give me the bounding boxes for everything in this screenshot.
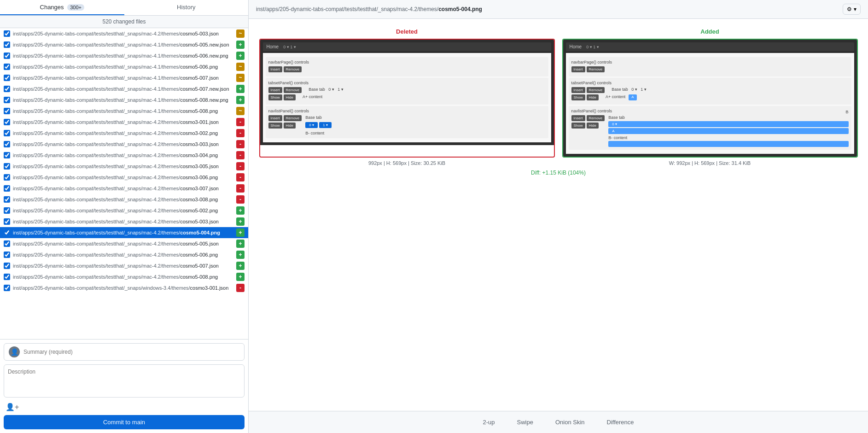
deleted-image-box: Home 0 ▾ 1 ▾ navbarPage() controls Inser… (259, 39, 555, 158)
file-path-container: inst/apps/205-dynamic-tabs-compat/tests/… (13, 141, 234, 147)
bottom-tab-2up[interactable]: 2-up (479, 417, 498, 427)
file-status-icon: + (236, 262, 245, 270)
list-item[interactable]: inst/apps/205-dynamic-tabs-compat/tests/… (0, 39, 248, 50)
list-item[interactable]: inst/apps/205-dynamic-tabs-compat/tests/… (0, 216, 248, 227)
list-item[interactable]: inst/apps/205-dynamic-tabs-compat/tests/… (0, 260, 248, 271)
file-checkbox[interactable] (4, 86, 10, 92)
list-item[interactable]: inst/apps/205-dynamic-tabs-compat/tests/… (0, 249, 248, 260)
file-checkbox[interactable] (4, 97, 10, 103)
list-item[interactable]: inst/apps/205-dynamic-tabs-compat/tests/… (0, 50, 248, 61)
file-checkbox[interactable] (4, 196, 10, 203)
preview-home-label: Home (267, 44, 279, 49)
file-checkbox[interactable] (4, 152, 10, 158)
preview-a-content-label: A+ content (303, 94, 322, 100)
list-item[interactable]: inst/apps/205-dynamic-tabs-compat/tests/… (0, 139, 248, 150)
list-item[interactable]: inst/apps/205-dynamic-tabs-compat/tests/… (0, 94, 248, 105)
file-name: cosmo3-003.json (180, 141, 219, 147)
preview-tabset-controls: tabsetPanel() controls Insert Remove Bas… (266, 78, 548, 105)
commit-button[interactable]: Commit to main (4, 415, 245, 429)
file-status-icon: + (236, 273, 245, 281)
list-item[interactable]: inst/apps/205-dynamic-tabs-compat/tests/… (0, 282, 248, 293)
description-textarea[interactable] (4, 364, 245, 398)
preview-added-navlist-show-row: Show Hide (571, 123, 605, 129)
file-name: cosmo5-006.new.png (180, 53, 228, 59)
list-item[interactable]: inst/apps/205-dynamic-tabs-compat/tests/… (0, 72, 248, 83)
list-item[interactable]: inst/apps/205-dynamic-tabs-compat/tests/… (0, 172, 248, 183)
file-status-icon: - (236, 184, 245, 193)
file-checkbox[interactable] (4, 207, 10, 214)
file-checkbox[interactable] (4, 163, 10, 170)
tab-changes[interactable]: Changes 300+ (0, 0, 124, 15)
file-path: inst/apps/205-dynamic-tabs-compat/tests/… (13, 130, 180, 136)
added-label: Added (562, 28, 858, 35)
preview-navlist-remove: Remove (284, 115, 302, 121)
list-item[interactable]: inst/apps/205-dynamic-tabs-compat/tests/… (0, 83, 248, 94)
list-item[interactable]: inst/apps/205-dynamic-tabs-compat/tests/… (0, 271, 248, 282)
bottom-tab-onion-skin[interactable]: Onion Skin (552, 417, 588, 427)
settings-button[interactable]: ⚙ ▾ (843, 4, 861, 15)
list-item[interactable]: inst/apps/205-dynamic-tabs-compat/tests/… (0, 227, 248, 238)
file-status-icon: ~ (236, 63, 245, 71)
list-item[interactable]: inst/apps/205-dynamic-tabs-compat/tests/… (0, 128, 248, 139)
file-checkbox[interactable] (4, 263, 10, 269)
preview-navlist-insert: Insert (268, 115, 282, 121)
file-checkbox[interactable] (4, 141, 10, 147)
breadcrumb: inst/apps/205-dynamic-tabs-compat/tests/… (256, 6, 482, 12)
preview-tabset-btn-row: Insert Remove Base tab 0 ▾ 1 ▾ (268, 87, 546, 93)
file-checkbox[interactable] (4, 240, 10, 247)
file-path: inst/apps/205-dynamic-tabs-compat/tests/… (13, 119, 180, 125)
diff-stats-row: 992px | H: 569px | Size: 30.25 KiB W: 99… (259, 160, 858, 166)
preview-added-navlist-btn-row: Insert Remove (571, 115, 605, 121)
list-item[interactable]: inst/apps/205-dynamic-tabs-compat/tests/… (0, 61, 248, 72)
file-path-container: inst/apps/205-dynamic-tabs-compat/tests/… (13, 252, 234, 257)
file-checkbox[interactable] (4, 218, 10, 225)
tab-history[interactable]: History (124, 0, 249, 15)
list-item[interactable]: inst/apps/205-dynamic-tabs-compat/tests/… (0, 117, 248, 128)
file-checkbox[interactable] (4, 285, 10, 291)
list-item[interactable]: inst/apps/205-dynamic-tabs-compat/tests/… (0, 150, 248, 161)
gear-icon: ⚙ (847, 6, 852, 12)
file-checkbox[interactable] (4, 185, 10, 192)
bottom-tab-swipe[interactable]: Swipe (513, 417, 537, 427)
bottom-tab-difference[interactable]: Difference (603, 417, 638, 427)
file-path: inst/apps/205-dynamic-tabs-compat/tests/… (13, 164, 180, 169)
file-checkbox[interactable] (4, 274, 10, 280)
file-checkbox[interactable] (4, 41, 10, 48)
preview-tabset-show-row: Show Hide A+ content (268, 94, 546, 100)
file-checkbox[interactable] (4, 75, 10, 81)
deleted-w: 992px (368, 160, 382, 166)
file-checkbox[interactable] (4, 252, 10, 258)
preview-added-navlist-title: navlistPanel() controls (571, 109, 612, 113)
list-item[interactable]: inst/apps/205-dynamic-tabs-compat/tests/… (0, 205, 248, 216)
list-item[interactable]: inst/apps/205-dynamic-tabs-compat/tests/… (0, 161, 248, 172)
list-item[interactable]: inst/apps/205-dynamic-tabs-compat/tests/… (0, 28, 248, 39)
list-item[interactable]: inst/apps/205-dynamic-tabs-compat/tests/… (0, 183, 248, 194)
file-checkbox[interactable] (4, 64, 10, 70)
add-reviewer-button[interactable]: 👤+ (4, 403, 245, 411)
file-checkbox[interactable] (4, 130, 10, 136)
preview-added-navbar-btn-row: Insert Remove (571, 66, 849, 72)
file-name: cosmo3-005.json (180, 164, 219, 169)
list-item[interactable]: inst/apps/205-dynamic-tabs-compat/tests/… (0, 194, 248, 205)
file-checkbox[interactable] (4, 30, 10, 37)
preview-added-b-label: B (845, 110, 848, 114)
file-checkbox[interactable] (4, 53, 10, 59)
file-checkbox[interactable] (4, 229, 10, 236)
list-item[interactable]: inst/apps/205-dynamic-tabs-compat/tests/… (0, 238, 248, 249)
left-tabs: Changes 300+ History (0, 0, 248, 16)
file-name: cosmo3-007.json (180, 186, 219, 191)
summary-input[interactable] (23, 349, 239, 355)
file-checkbox[interactable] (4, 108, 10, 114)
file-checkbox[interactable] (4, 119, 10, 125)
file-path-container: inst/apps/205-dynamic-tabs-compat/tests/… (13, 164, 234, 169)
preview-tabset-title: tabsetPanel() controls (268, 81, 546, 85)
preview-deleted-navbar: Home 0 ▾ 1 ▾ (263, 42, 551, 51)
file-checkbox[interactable] (4, 174, 10, 181)
changed-files-header: 520 changed files (0, 16, 248, 28)
file-path: inst/apps/205-dynamic-tabs-compat/tests/… (13, 274, 180, 280)
file-status-icon: - (236, 195, 245, 204)
file-path: inst/apps/205-dynamic-tabs-compat/tests/… (13, 141, 180, 147)
file-path-container: inst/apps/205-dynamic-tabs-compat/tests/… (13, 186, 234, 191)
preview-b-content: B- content (305, 131, 545, 135)
list-item[interactable]: inst/apps/205-dynamic-tabs-compat/tests/… (0, 105, 248, 117)
